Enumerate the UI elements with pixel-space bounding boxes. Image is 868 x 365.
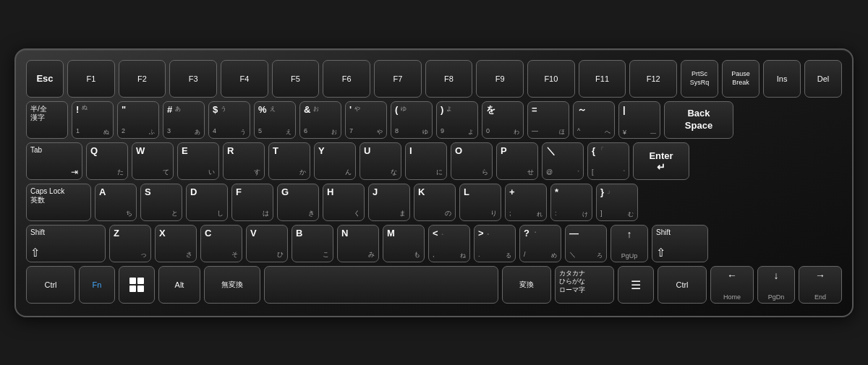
key-n[interactable]: N み (337, 225, 379, 262)
key-8[interactable]: (ゆ 8ゆ (391, 101, 433, 139)
key-up[interactable]: ↑ PgUp (610, 225, 648, 262)
key-f3[interactable]: F3 (169, 60, 217, 98)
key-m[interactable]: M も (383, 225, 425, 262)
key-7[interactable]: 'や 7や (345, 101, 387, 139)
key-shift-left[interactable]: Shift ⇧ (26, 225, 106, 262)
key-w[interactable]: W て (132, 142, 174, 180)
key-pause[interactable]: PauseBreak (722, 60, 760, 98)
key-x[interactable]: X さ (155, 225, 197, 262)
asdf-row: Caps Lock英数 A ち S と D し F は G き H く J ま (26, 184, 842, 221)
key-f9[interactable]: F9 (476, 60, 524, 98)
key-y[interactable]: Y ん (314, 142, 356, 180)
key-f6[interactable]: F6 (323, 60, 370, 98)
key-g[interactable]: G き (277, 184, 319, 221)
key-tab[interactable]: Tab ⇥ (26, 142, 82, 180)
key-ctrl-left[interactable]: Ctrl (26, 266, 75, 304)
key-3[interactable]: #あ 3あ (163, 101, 205, 139)
key-r[interactable]: R す (223, 142, 265, 180)
key-comma[interactable]: <、 ,ね (428, 225, 470, 262)
key-left[interactable]: ← Home (710, 266, 754, 304)
key-b[interactable]: B こ (292, 225, 333, 262)
key-o[interactable]: O ら (451, 142, 493, 180)
key-j[interactable]: J ま (368, 184, 410, 221)
key-asterisk[interactable]: * :け (550, 184, 592, 221)
key-f1[interactable]: F1 (67, 60, 115, 98)
key-f12[interactable]: F12 (629, 60, 677, 98)
key-4[interactable]: $う 4う (208, 101, 250, 139)
key-u[interactable]: U な (359, 142, 401, 180)
key-0[interactable]: を 0わ (482, 101, 524, 139)
key-del[interactable]: Del (804, 60, 842, 98)
keyboard: Esc F1 F2 F3 F4 F5 F6 F7 F8 F9 F10 F11 F… (14, 48, 854, 317)
key-v[interactable]: V ひ (246, 225, 288, 262)
key-down[interactable]: ↓ PgDn (757, 266, 795, 304)
key-p[interactable]: P せ (496, 142, 538, 180)
key-plus[interactable]: + ;れ (505, 184, 547, 221)
key-yen[interactable]: | ¥— (618, 101, 660, 139)
key-f10[interactable]: F10 (527, 60, 575, 98)
key-prtsc[interactable]: PrtScSysRq (681, 60, 718, 98)
key-period[interactable]: >。 .る (474, 225, 516, 262)
key-shift-right[interactable]: Shift ⇧ (652, 225, 708, 262)
key-backslash[interactable]: — ＼ろ (565, 225, 607, 262)
key-f7[interactable]: F7 (374, 60, 422, 98)
key-minus[interactable]: = —ほ (527, 101, 569, 139)
key-katakana[interactable]: カタカナひらがなローマ字 (555, 266, 614, 304)
key-q[interactable]: Q た (86, 142, 128, 180)
key-at[interactable]: ＼ @゛ (542, 142, 584, 180)
function-row: Esc F1 F2 F3 F4 F5 F6 F7 F8 F9 F10 F11 F… (26, 60, 842, 98)
key-backspace[interactable]: BackSpace (664, 101, 733, 139)
key-ctrl-right[interactable]: Ctrl (658, 266, 707, 304)
key-z[interactable]: Z っ (109, 225, 151, 262)
key-5[interactable]: %え 5え (254, 101, 296, 139)
key-space[interactable] (264, 266, 498, 304)
key-f2[interactable]: F2 (119, 60, 166, 98)
key-hankaku[interactable]: 半/全漢字 (26, 101, 68, 139)
key-1[interactable]: !ぬ 1ぬ (72, 101, 114, 139)
key-i[interactable]: I に (405, 142, 447, 180)
key-h[interactable]: H く (323, 184, 365, 221)
key-l[interactable]: L り (459, 184, 501, 221)
key-f8[interactable]: F8 (425, 60, 473, 98)
key-t[interactable]: T か (268, 142, 310, 180)
key-enter[interactable]: Enter ↵ (633, 142, 689, 180)
key-f4[interactable]: F4 (221, 60, 268, 98)
key-f11[interactable]: F11 (579, 60, 626, 98)
bottom-row: Ctrl Fn Alt 無変換 変換 カタカナひらがなローマ字 ☰ Ctrl (26, 266, 842, 304)
key-c[interactable]: C そ (200, 225, 242, 262)
key-menu[interactable]: ☰ (618, 266, 654, 304)
key-bracket-r[interactable]: }」 ]む (596, 184, 638, 221)
key-caret[interactable]: ～ ^へ (573, 101, 615, 139)
key-capslock[interactable]: Caps Lock英数 (26, 184, 91, 221)
key-slash[interactable]: ?・ /め (519, 225, 561, 262)
key-fn[interactable]: Fn (79, 266, 115, 304)
key-ins[interactable]: Ins (763, 60, 801, 98)
key-s[interactable]: S と (140, 184, 182, 221)
key-9[interactable]: )よ 9よ (436, 101, 478, 139)
key-d[interactable]: D し (186, 184, 228, 221)
key-6[interactable]: &お 6お (299, 101, 341, 139)
zxcv-row: Shift ⇧ Z っ X さ C そ V ひ B こ N み M も (26, 225, 842, 262)
key-henkan[interactable]: 変換 (502, 266, 551, 304)
key-right[interactable]: → End (799, 266, 842, 304)
key-alt-left[interactable]: Alt (158, 266, 200, 304)
key-f[interactable]: F は (231, 184, 273, 221)
key-bracket-l[interactable]: {「 [゜ (587, 142, 629, 180)
key-e[interactable]: E い (177, 142, 219, 180)
key-win[interactable] (119, 266, 155, 304)
key-muhenkan[interactable]: 無変換 (204, 266, 260, 304)
number-row: 半/全漢字 !ぬ 1ぬ " 2ふ #あ 3あ $う 4う %え 5え &お 6お… (26, 101, 842, 139)
key-f5[interactable]: F5 (272, 60, 320, 98)
key-k[interactable]: K の (414, 184, 456, 221)
key-a[interactable]: A ち (95, 184, 137, 221)
key-esc[interactable]: Esc (26, 60, 64, 98)
qwerty-row: Tab ⇥ Q た W て E い R す T か Y ん U な (26, 142, 842, 180)
key-2[interactable]: " 2ふ (117, 101, 159, 139)
windows-icon (129, 278, 144, 292)
